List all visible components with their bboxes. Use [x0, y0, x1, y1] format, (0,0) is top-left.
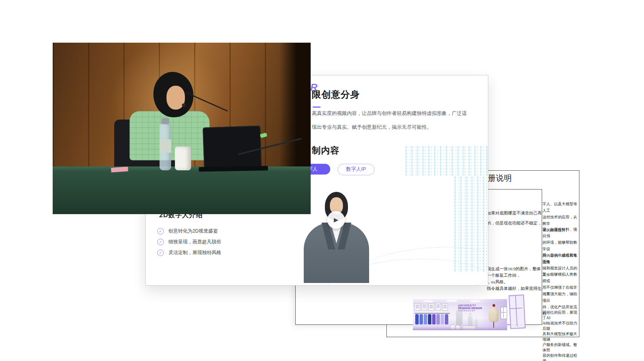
lecture-photo: [53, 43, 311, 214]
check-icon: ✓: [157, 228, 164, 235]
manual-paragraph: 同岗位的应用，展现了AI AI绘画技术不仅助力后期 具和大模型技术极大地辅 户服…: [542, 310, 579, 361]
screenshot-stage: 册说明 字人、以及大模型等人工 这些技术的应用，从教学 著的效能提升。 容，如课…: [0, 0, 644, 361]
description-line2: 现出专业与真实。赋予创意新纪元，揭示无尽可能性。: [312, 124, 432, 130]
description-line1: 高真实度的视频内容，让品牌与创作者轻易构建独特虚拟形象，广泛适: [312, 110, 467, 116]
feature-item: ✓灵活定制，展现独特风格: [157, 249, 221, 256]
notes-text-fragment: 如果对底图哪里不满意自己再 的，但是现在功能还不稳定，: [487, 208, 542, 228]
wall-text-line2: FASHION DESIGN: [458, 307, 482, 309]
mannequin-body: [468, 315, 473, 327]
workshop-floor: [413, 327, 507, 330]
sketch-frame: [414, 303, 420, 311]
ceiling-light: [424, 301, 433, 302]
page-title: 限创意分身: [312, 88, 360, 101]
garment: [428, 314, 431, 324]
sketch-frame: [421, 303, 427, 310]
ceiling-light: [471, 301, 480, 302]
page-description: 高真实度的视频内容，让品牌与创作者轻易构建独特虚拟形象，广泛适 现出专业与真实。…: [312, 110, 467, 131]
clothes-rack: [414, 313, 450, 314]
wall-text: UNIVERSITY FASHION DESIGN SURRSHUSP: [458, 304, 482, 313]
play-button[interactable]: ▶: [327, 211, 345, 229]
feature-label: 灵活定制，展现独特风格: [168, 250, 221, 255]
notes-text-fragment: 我生成一张16:9的图片，整体 一个服装工作间， ，xx风格。 指令越具体越好，…: [487, 266, 542, 292]
ceiling-light: [447, 300, 457, 301]
garment: [419, 314, 423, 324]
play-icon: ▶: [334, 216, 338, 223]
purple-door-graphic: [509, 294, 526, 329]
bottle-cap: [161, 118, 169, 124]
table-cloth: [53, 170, 311, 214]
dotted-decoration: [405, 146, 488, 176]
white-cup: [175, 146, 191, 170]
feature-item: ✓创意转化为2D视觉盛宴: [157, 228, 218, 235]
feature-label: 细致呈现，画质超凡脱俗: [168, 239, 221, 245]
sketch-frame: [442, 303, 448, 311]
garment: [445, 314, 448, 324]
sketch-frame: [428, 303, 434, 311]
garment: [424, 314, 427, 324]
microphone: [182, 103, 185, 107]
bottle-label: [160, 140, 171, 153]
feature-item: ✓细致呈现，画质超凡脱俗: [157, 238, 221, 245]
dress-form-neck: [493, 304, 495, 307]
dress-form: [489, 307, 499, 322]
garment: [436, 314, 440, 324]
garment: [432, 314, 436, 324]
title-accent-bar: [313, 106, 321, 108]
garment: [441, 314, 444, 324]
feature-label: 创意转化为2D视觉盛宴: [168, 228, 218, 234]
laptop: [203, 125, 262, 170]
sketch-frame: [435, 303, 441, 310]
section-title: 制内容: [312, 145, 339, 156]
manual-title: 册说明: [488, 173, 512, 183]
wall-text-line3: SURRSHUSP: [458, 309, 482, 312]
check-icon: ✓: [157, 250, 164, 256]
garment: [415, 314, 419, 324]
workshop-generated-image: UNIVERSITY FASHION DESIGN SURRSHUSP: [413, 299, 507, 330]
check-icon: ✓: [157, 239, 164, 245]
window: [501, 307, 507, 319]
